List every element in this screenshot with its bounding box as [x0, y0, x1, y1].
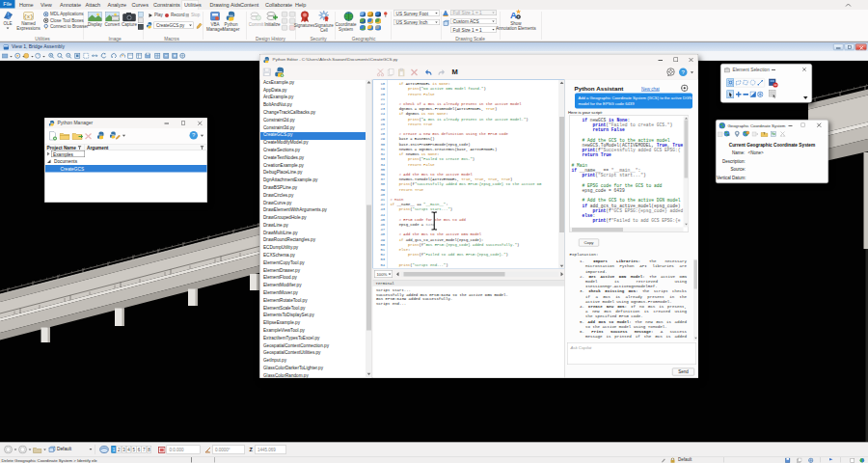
svg-text:A: A [510, 10, 517, 20]
svg-text:{x}: {x} [24, 14, 34, 20]
